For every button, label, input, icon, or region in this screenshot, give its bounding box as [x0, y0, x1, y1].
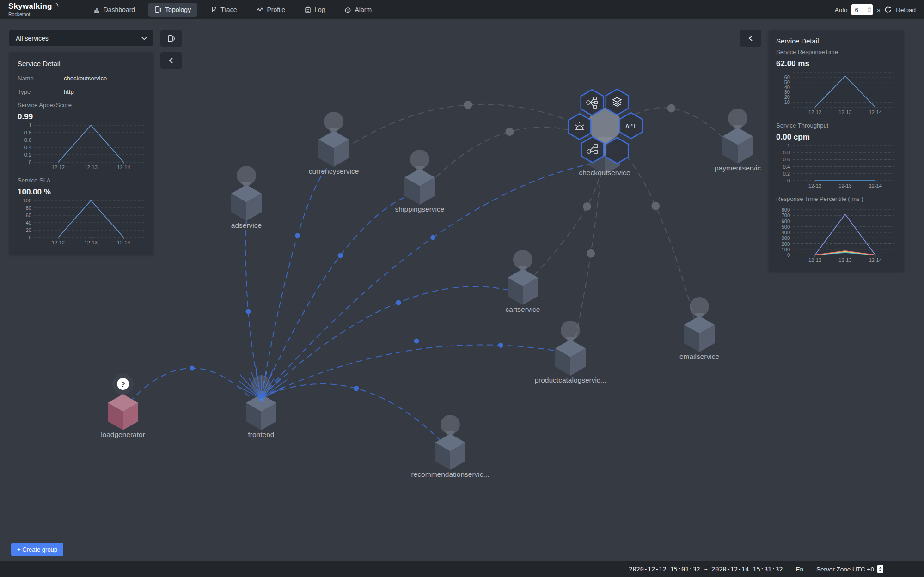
apdex-chart: 10.80.60.40.2012-1212-1312-14: [18, 122, 145, 170]
topology-node-loadgenerator[interactable]: ?loadgenerator: [101, 373, 145, 438]
hex-menu-alarm-icon[interactable]: [569, 114, 591, 140]
percentile-chart: 800700600500400300200100012-1212-1312-14: [776, 207, 896, 263]
svg-text:300: 300: [782, 235, 790, 241]
chart-title: Service Throughput: [776, 122, 896, 129]
topology-node-emailservice[interactable]: emailservice: [679, 297, 719, 360]
node-label: frontend: [248, 431, 275, 438]
topology-edge: [261, 163, 332, 397]
nav-items: DashboardTopologyTraceProfileLogAlarm: [87, 3, 378, 17]
nav-tab-profile[interactable]: Profile: [250, 3, 292, 17]
hex-menu-api-icon[interactable]: API: [620, 113, 642, 139]
edge-traffic-dot: [464, 101, 472, 109]
chart-title: Service SLA: [18, 177, 145, 184]
log-icon: [305, 6, 311, 13]
crescent-logo-icon: [53, 2, 59, 11]
topology-node-shippingservice[interactable]: shippingservice: [395, 150, 445, 213]
node-label: shippingservice: [395, 205, 445, 213]
auto-interval-spinner[interactable]: [866, 7, 871, 12]
chevron-left-icon: [748, 36, 753, 41]
edge-traffic-dot: [651, 202, 660, 210]
service-cube-icon: [108, 394, 138, 430]
profile-icon: [256, 7, 263, 12]
svg-text:0: 0: [787, 252, 790, 258]
reload-label[interactable]: Reload: [896, 6, 916, 13]
dashboard-icon: [93, 6, 100, 13]
svg-text:60: 60: [26, 213, 31, 218]
service-cube-icon: [318, 131, 349, 167]
topology-main-area: currencyserviceshippingserviceAPIcheckou…: [0, 19, 924, 561]
svg-text:800: 800: [782, 207, 790, 213]
edge-traffic-dot: [587, 249, 595, 258]
topology-edge: [246, 218, 261, 397]
collapse-left-panel-button[interactable]: [160, 52, 182, 69]
server-zone-control[interactable]: Server Zone UTC +0: [816, 565, 883, 573]
svg-text:12-12: 12-12: [808, 109, 821, 115]
topology-edge: [261, 345, 568, 397]
hex-menu-empty[interactable]: [606, 138, 628, 164]
service-scope-dropdown[interactable]: All services: [9, 30, 153, 46]
svg-text:10: 10: [784, 99, 790, 105]
service-cube-icon: [555, 340, 586, 376]
chart-title: Response Time Percentile ( ms ): [776, 195, 896, 202]
svg-text:700: 700: [782, 213, 790, 218]
auto-interval-value: 6: [855, 6, 866, 13]
alarm-icon: [344, 6, 351, 13]
reload-icon[interactable]: [884, 6, 892, 13]
svg-text:0.2: 0.2: [24, 152, 31, 158]
topology-mode-button[interactable]: [160, 30, 182, 47]
edge-traffic-dot: [338, 253, 343, 258]
service-cube-icon: [684, 316, 715, 352]
api-icon: API: [625, 122, 636, 129]
svg-text:12-14: 12-14: [869, 257, 882, 263]
topology-node-productcatalogservice[interactable]: productcatalogservic...: [534, 321, 606, 384]
topology-node-cartservice[interactable]: cartservice: [506, 250, 540, 313]
auto-unit: s: [877, 6, 880, 13]
svg-text:1: 1: [29, 122, 31, 128]
nav-tab-log[interactable]: Log: [298, 3, 331, 17]
nav-tab-topology[interactable]: Topology: [148, 3, 197, 17]
hex-menu-endpoint-icon[interactable]: [581, 90, 603, 115]
trace-icon: [210, 6, 217, 13]
service-cube-icon: [722, 128, 753, 164]
edge-traffic-dot: [506, 128, 514, 136]
topology-edge: [261, 193, 416, 397]
topology-node-frontend[interactable]: frontend: [239, 367, 287, 438]
node-label: productcatalogservic...: [534, 376, 606, 384]
topology-node-currencyservice[interactable]: currencyservice: [309, 112, 359, 175]
topology-node-adservice[interactable]: adservice: [231, 166, 262, 229]
nav-tab-trace[interactable]: Trace: [204, 3, 243, 17]
topology-node-checkoutservice[interactable]: APIcheckoutservice: [569, 89, 642, 176]
field-type: Type http: [18, 88, 145, 95]
nav-tab-alarm[interactable]: Alarm: [338, 3, 378, 17]
svg-text:12-14: 12-14: [869, 183, 882, 188]
create-group-button[interactable]: + Create group: [11, 543, 63, 556]
node-label: emailservice: [679, 352, 719, 360]
topology-node-paymentservice[interactable]: paymentservic: [715, 109, 761, 172]
brand-subtitle: Rocketbot: [8, 12, 59, 17]
language-selector[interactable]: En: [796, 566, 804, 573]
svg-text:100: 100: [23, 198, 31, 203]
depth-icon: [167, 35, 175, 43]
top-navbar: Skywalking Rocketbot DashboardTopologyTr…: [0, 0, 924, 19]
svg-text:0: 0: [787, 178, 790, 183]
collapse-right-panel-button[interactable]: [740, 30, 761, 47]
hex-menu-trace-icon[interactable]: [581, 137, 604, 163]
time-range-picker[interactable]: 2020-12-12 15:01:32 ~ 2020-12-14 15:31:3…: [629, 565, 783, 573]
auto-interval-input[interactable]: 6: [851, 4, 873, 15]
chart-current-value: 0.00 cpm: [776, 133, 896, 142]
topology-edge: [337, 104, 601, 153]
hex-menu-instance-icon[interactable]: [606, 89, 628, 115]
service-cube-icon: [231, 185, 262, 221]
zone-stepper-icon[interactable]: [877, 565, 883, 573]
chevron-down-icon: [141, 36, 147, 40]
brand-logo[interactable]: Skywalking Rocketbot: [8, 2, 59, 17]
server-zone-label: Server Zone UTC +0: [816, 566, 874, 573]
edge-traffic-dot: [354, 386, 359, 391]
node-label: checkoutservice: [579, 169, 630, 176]
svg-text:12-13: 12-13: [85, 240, 98, 245]
left-service-detail-panel: Service Detail Name checkoutservice Type…: [9, 52, 153, 255]
brand-title: Skywalking: [8, 2, 52, 10]
svg-text:12-13: 12-13: [838, 183, 851, 188]
nav-tab-dashboard[interactable]: Dashboard: [87, 3, 142, 17]
svg-text:600: 600: [782, 219, 790, 224]
